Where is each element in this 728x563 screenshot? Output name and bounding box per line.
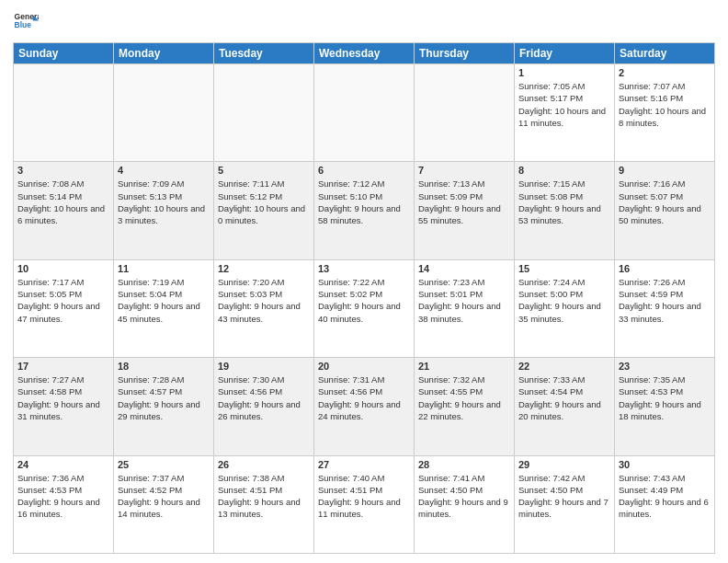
day-info: Sunrise: 7:40 AMSunset: 4:51 PMDaylight:…: [318, 472, 410, 521]
calendar-cell: 20Sunrise: 7:31 AMSunset: 4:56 PMDayligh…: [314, 358, 415, 455]
weekday-header-thursday: Thursday: [415, 43, 515, 64]
day-number: 7: [418, 165, 510, 176]
calendar-cell: 11Sunrise: 7:19 AMSunset: 5:04 PMDayligh…: [114, 259, 214, 357]
day-info: Sunrise: 7:23 AMSunset: 5:01 PMDaylight:…: [418, 276, 510, 325]
calendar-cell: [14, 64, 114, 162]
calendar-cell: [314, 64, 415, 162]
svg-text:Blue: Blue: [15, 20, 32, 29]
calendar-cell: 30Sunrise: 7:43 AMSunset: 4:49 PMDayligh…: [615, 455, 715, 553]
day-number: 21: [418, 361, 510, 372]
day-info: Sunrise: 7:09 AMSunset: 5:13 PMDaylight:…: [118, 178, 210, 226]
calendar-cell: 18Sunrise: 7:28 AMSunset: 4:57 PMDayligh…: [114, 358, 214, 455]
day-number: 16: [619, 263, 711, 274]
header: General Blue: [13, 9, 715, 35]
day-info: Sunrise: 7:38 AMSunset: 4:51 PMDaylight:…: [218, 472, 310, 521]
day-info: Sunrise: 7:17 AMSunset: 5:05 PMDaylight:…: [17, 276, 109, 325]
calendar-cell: 19Sunrise: 7:30 AMSunset: 4:56 PMDayligh…: [214, 358, 314, 455]
calendar-cell: 1Sunrise: 7:05 AMSunset: 5:17 PMDaylight…: [515, 64, 615, 162]
day-info: Sunrise: 7:13 AMSunset: 5:09 PMDaylight:…: [418, 178, 510, 226]
calendar-cell: 13Sunrise: 7:22 AMSunset: 5:02 PMDayligh…: [314, 259, 415, 357]
week-row-1: 1Sunrise: 7:05 AMSunset: 5:17 PMDaylight…: [14, 64, 715, 162]
day-number: 12: [218, 263, 310, 274]
day-number: 28: [418, 459, 510, 470]
day-info: Sunrise: 7:08 AMSunset: 5:14 PMDaylight:…: [17, 178, 109, 226]
calendar-cell: 6Sunrise: 7:12 AMSunset: 5:10 PMDaylight…: [314, 162, 415, 259]
weekday-header-friday: Friday: [515, 43, 615, 64]
day-number: 30: [619, 459, 711, 470]
day-info: Sunrise: 7:33 AMSunset: 4:54 PMDaylight:…: [518, 373, 610, 422]
calendar-cell: 25Sunrise: 7:37 AMSunset: 4:52 PMDayligh…: [114, 455, 214, 553]
day-number: 24: [17, 459, 109, 470]
day-number: 18: [118, 361, 210, 372]
day-number: 15: [518, 263, 610, 274]
day-number: 13: [318, 263, 410, 274]
logo: General Blue: [13, 9, 39, 35]
calendar-cell: 24Sunrise: 7:36 AMSunset: 4:53 PMDayligh…: [14, 455, 114, 553]
day-info: Sunrise: 7:26 AMSunset: 4:59 PMDaylight:…: [619, 276, 711, 325]
calendar-cell: 23Sunrise: 7:35 AMSunset: 4:53 PMDayligh…: [615, 358, 715, 455]
day-info: Sunrise: 7:41 AMSunset: 4:50 PMDaylight:…: [418, 472, 510, 521]
day-number: 4: [118, 165, 210, 176]
calendar-cell: [214, 64, 314, 162]
calendar-cell: 5Sunrise: 7:11 AMSunset: 5:12 PMDaylight…: [214, 162, 314, 259]
day-info: Sunrise: 7:31 AMSunset: 4:56 PMDaylight:…: [318, 373, 410, 422]
day-number: 26: [218, 459, 310, 470]
weekday-header-row: SundayMondayTuesdayWednesdayThursdayFrid…: [14, 43, 715, 64]
calendar-cell: 27Sunrise: 7:40 AMSunset: 4:51 PMDayligh…: [314, 455, 415, 553]
day-info: Sunrise: 7:35 AMSunset: 4:53 PMDaylight:…: [619, 373, 711, 422]
day-number: 3: [17, 165, 109, 176]
day-number: 10: [17, 263, 109, 274]
day-info: Sunrise: 7:19 AMSunset: 5:04 PMDaylight:…: [118, 276, 210, 325]
week-row-5: 24Sunrise: 7:36 AMSunset: 4:53 PMDayligh…: [14, 455, 715, 553]
calendar-cell: 14Sunrise: 7:23 AMSunset: 5:01 PMDayligh…: [415, 259, 515, 357]
day-info: Sunrise: 7:30 AMSunset: 4:56 PMDaylight:…: [218, 373, 310, 422]
day-info: Sunrise: 7:42 AMSunset: 4:50 PMDaylight:…: [518, 472, 610, 521]
day-number: 2: [619, 67, 711, 78]
day-number: 25: [118, 459, 210, 470]
calendar-cell: 3Sunrise: 7:08 AMSunset: 5:14 PMDaylight…: [14, 162, 114, 259]
day-info: Sunrise: 7:05 AMSunset: 5:17 PMDaylight:…: [518, 80, 610, 129]
weekday-header-wednesday: Wednesday: [314, 43, 415, 64]
day-info: Sunrise: 7:20 AMSunset: 5:03 PMDaylight:…: [218, 276, 310, 325]
day-info: Sunrise: 7:16 AMSunset: 5:07 PMDaylight:…: [619, 178, 711, 226]
weekday-header-monday: Monday: [114, 43, 214, 64]
day-info: Sunrise: 7:27 AMSunset: 4:58 PMDaylight:…: [17, 373, 109, 422]
calendar-cell: 4Sunrise: 7:09 AMSunset: 5:13 PMDaylight…: [114, 162, 214, 259]
calendar-cell: 7Sunrise: 7:13 AMSunset: 5:09 PMDaylight…: [415, 162, 515, 259]
calendar-cell: [415, 64, 515, 162]
calendar-table: SundayMondayTuesdayWednesdayThursdayFrid…: [13, 42, 715, 554]
week-row-2: 3Sunrise: 7:08 AMSunset: 5:14 PMDaylight…: [14, 162, 715, 259]
day-info: Sunrise: 7:32 AMSunset: 4:55 PMDaylight:…: [418, 373, 510, 422]
day-info: Sunrise: 7:15 AMSunset: 5:08 PMDaylight:…: [518, 178, 610, 226]
day-number: 8: [518, 165, 610, 176]
calendar-cell: 15Sunrise: 7:24 AMSunset: 5:00 PMDayligh…: [515, 259, 615, 357]
day-number: 5: [218, 165, 310, 176]
day-number: 22: [518, 361, 610, 372]
week-row-4: 17Sunrise: 7:27 AMSunset: 4:58 PMDayligh…: [14, 358, 715, 455]
calendar-cell: 22Sunrise: 7:33 AMSunset: 4:54 PMDayligh…: [515, 358, 615, 455]
day-number: 14: [418, 263, 510, 274]
day-info: Sunrise: 7:43 AMSunset: 4:49 PMDaylight:…: [619, 472, 711, 521]
day-info: Sunrise: 7:37 AMSunset: 4:52 PMDaylight:…: [118, 472, 210, 521]
day-info: Sunrise: 7:11 AMSunset: 5:12 PMDaylight:…: [218, 178, 310, 226]
calendar-cell: 9Sunrise: 7:16 AMSunset: 5:07 PMDaylight…: [615, 162, 715, 259]
day-number: 11: [118, 263, 210, 274]
page: General Blue SundayMondayTuesdayWednesda…: [0, 0, 728, 563]
day-number: 9: [619, 165, 711, 176]
day-info: Sunrise: 7:12 AMSunset: 5:10 PMDaylight:…: [318, 178, 410, 226]
weekday-header-saturday: Saturday: [615, 43, 715, 64]
week-row-3: 10Sunrise: 7:17 AMSunset: 5:05 PMDayligh…: [14, 259, 715, 357]
day-number: 1: [518, 67, 610, 78]
calendar-cell: 2Sunrise: 7:07 AMSunset: 5:16 PMDaylight…: [615, 64, 715, 162]
calendar-cell: 21Sunrise: 7:32 AMSunset: 4:55 PMDayligh…: [415, 358, 515, 455]
calendar-cell: 16Sunrise: 7:26 AMSunset: 4:59 PMDayligh…: [615, 259, 715, 357]
calendar-cell: [114, 64, 214, 162]
day-number: 27: [318, 459, 410, 470]
day-info: Sunrise: 7:28 AMSunset: 4:57 PMDaylight:…: [118, 373, 210, 422]
logo-icon: General Blue: [13, 9, 39, 35]
calendar-cell: 29Sunrise: 7:42 AMSunset: 4:50 PMDayligh…: [515, 455, 615, 553]
calendar-cell: 10Sunrise: 7:17 AMSunset: 5:05 PMDayligh…: [14, 259, 114, 357]
day-info: Sunrise: 7:07 AMSunset: 5:16 PMDaylight:…: [619, 80, 711, 129]
day-number: 17: [17, 361, 109, 372]
calendar-cell: 17Sunrise: 7:27 AMSunset: 4:58 PMDayligh…: [14, 358, 114, 455]
